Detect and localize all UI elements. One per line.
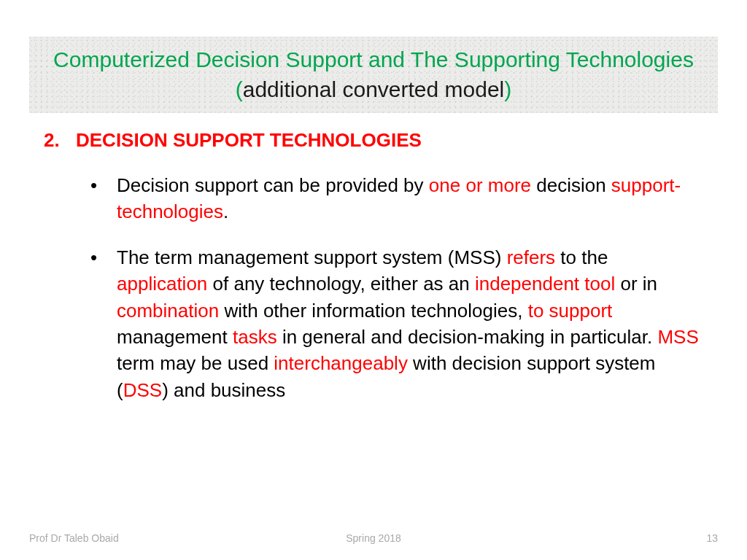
title-part3: ) xyxy=(504,77,511,101)
footer-term: Spring 2018 xyxy=(346,532,401,544)
section-heading: DECISION SUPPORT TECHNOLOGIES xyxy=(76,129,422,152)
title-part2: additional converted model xyxy=(243,77,505,101)
bullet-text: The term management support system (MSS)… xyxy=(117,244,703,403)
footer-author: Prof Dr Taleb Obaid xyxy=(29,532,119,544)
slide-content: 2. DECISION SUPPORT TECHNOLOGIES •Decisi… xyxy=(44,129,703,403)
slide-footer: Prof Dr Taleb Obaid Spring 2018 13 xyxy=(29,532,718,544)
list-item: •Decision support can be provided by one… xyxy=(90,172,703,225)
section-number: 2. xyxy=(44,129,63,152)
footer-page: 13 xyxy=(706,532,718,544)
bullet-list: •Decision support can be provided by one… xyxy=(90,172,703,403)
list-item: • The term management support system (MS… xyxy=(90,244,703,403)
bullet-text: Decision support can be provided by one … xyxy=(117,172,703,225)
section-header: 2. DECISION SUPPORT TECHNOLOGIES xyxy=(44,129,703,152)
bullet-icon: • xyxy=(90,244,102,403)
slide-title: Computerized Decision Support and The Su… xyxy=(29,36,718,113)
bullet-icon: • xyxy=(90,172,102,225)
